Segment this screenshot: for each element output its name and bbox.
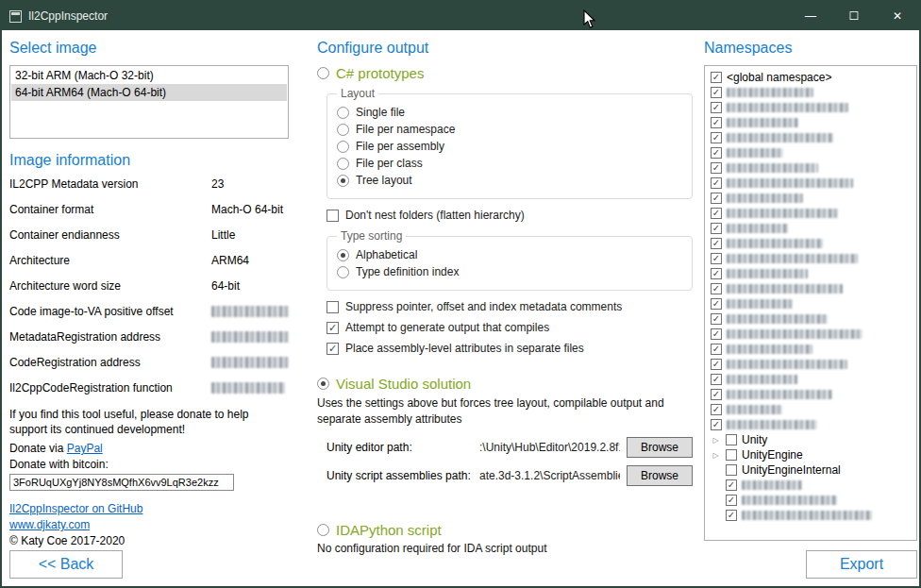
namespace-checkbox[interactable] [711,72,722,83]
namespace-item[interactable] [707,493,914,508]
namespaces-panel: Namespaces <global namespace>▷Unity▷Unit… [704,36,917,579]
namespace-checkbox[interactable] [711,313,722,325]
namespace-checkbox[interactable] [711,404,722,415]
close-button[interactable]: ✕ [876,2,919,30]
namespace-item[interactable] [707,342,914,357]
namespace-item[interactable] [707,176,914,191]
minimize-button[interactable]: — [789,2,832,30]
redacted-value [211,357,289,368]
namespace-item[interactable] [707,115,914,130]
namespace-item[interactable] [707,478,914,493]
namespace-checkbox[interactable] [711,117,722,128]
image-list-item[interactable]: 32-bit ARM (Mach-O 32-bit) [11,67,287,84]
maximize-button[interactable]: ☐ [832,2,876,30]
namespace-item[interactable] [707,206,914,221]
visual-studio-radio[interactable]: Visual Studio solution [317,376,693,392]
back-button[interactable]: << Back [9,550,123,579]
namespace-checkbox[interactable] [711,193,722,204]
namespace-checkbox[interactable] [711,283,722,294]
namespace-checkbox[interactable] [726,495,737,506]
browse-assemblies-button[interactable]: Browse [627,465,693,486]
namespace-checkbox[interactable] [711,374,722,385]
layout-option[interactable]: File per namespace [337,123,682,136]
image-list-item[interactable]: 64-bit ARM64 (Mach-O 64-bit) [11,84,287,101]
namespace-item[interactable] [707,266,914,281]
namespace-item[interactable] [707,357,914,372]
namespace-item[interactable] [707,311,914,327]
namespace-checkbox[interactable] [711,298,722,310]
namespace-checkbox[interactable] [711,268,722,279]
output-option-checkbox[interactable]: Attempt to generate output that compiles [327,321,693,334]
bitcoin-address-input[interactable] [9,474,234,491]
namespace-checkbox[interactable] [711,359,722,370]
layout-option[interactable]: File per assembly [337,140,682,153]
expander-icon[interactable]: ▷ [711,436,721,445]
namespace-item[interactable] [707,130,914,145]
namespace-checkbox[interactable] [711,253,722,264]
namespace-checkbox[interactable] [711,102,722,113]
namespace-checkbox[interactable] [726,510,737,521]
namespace-checkbox[interactable] [726,464,737,476]
namespace-item[interactable] [707,221,914,236]
namespace-item[interactable] [707,372,914,387]
namespace-item[interactable] [707,85,914,100]
info-row: CodeRegistration address [9,356,289,369]
idapython-radio[interactable]: IDAPython script [317,522,693,538]
namespace-checkbox[interactable] [711,208,722,219]
namespace-item[interactable] [707,417,914,432]
namespace-item[interactable] [707,191,914,206]
bitcoin-label: Donate with bitcoin: [9,458,289,471]
namespace-item[interactable] [707,387,914,402]
namespace-item[interactable]: ▷Unity [707,432,914,447]
namespace-checkbox[interactable] [711,344,722,355]
namespace-item[interactable]: <global namespace> [707,70,914,85]
website-link[interactable]: www.djkaty.com [9,518,289,531]
namespace-item[interactable] [707,236,914,251]
namespace-checkbox[interactable] [711,177,722,189]
namespace-checkbox[interactable] [726,434,737,445]
flatten-hierarchy-checkbox[interactable]: Don't nest folders (flatten hierarchy) [327,209,693,222]
namespace-checkbox[interactable] [726,479,737,491]
namespace-item[interactable] [707,100,914,115]
expander-icon[interactable]: ▷ [711,451,721,460]
browse-editor-button[interactable]: Browse [627,437,693,458]
redacted-namespace [727,375,797,384]
namespace-checkbox[interactable] [711,132,722,143]
namespace-item[interactable] [707,508,914,523]
redacted-value [211,382,285,394]
namespace-checkbox[interactable] [711,87,722,98]
csharp-prototypes-label: C# prototypes [336,65,424,81]
github-link[interactable]: Il2CppInspector on GitHub [9,502,289,515]
type-sorting-option[interactable]: Alphabetical [337,248,682,261]
info-value: 23 [211,177,224,191]
type-sorting-option-label: Alphabetical [356,248,417,261]
namespace-checkbox[interactable] [726,449,737,461]
layout-option[interactable]: Single file [337,106,682,119]
namespace-item[interactable] [707,402,914,417]
namespace-checkbox[interactable] [711,389,722,400]
namespace-item[interactable]: ▷UnityEngine [707,447,914,462]
radio-icon [337,249,349,261]
paypal-link[interactable]: PayPal [67,442,103,455]
layout-option[interactable]: Tree layout [337,174,682,187]
namespace-checkbox[interactable] [711,238,722,249]
namespace-checkbox[interactable] [711,162,722,174]
layout-group: Layout Single fileFile per namespaceFile… [327,87,693,199]
output-option-checkbox[interactable]: Suppress pointer, offset and index metad… [327,300,693,313]
namespace-item[interactable] [707,281,914,296]
namespace-item[interactable]: UnityEngineInternal [707,462,914,478]
namespace-checkbox[interactable] [711,328,722,340]
namespace-checkbox[interactable] [711,147,722,159]
layout-option[interactable]: File per class [337,157,682,170]
csharp-prototypes-radio[interactable]: C# prototypes [317,65,693,81]
namespace-item[interactable] [707,296,914,311]
namespace-item[interactable] [707,327,914,342]
type-sorting-option[interactable]: Type definition index [337,265,682,278]
export-button[interactable]: Export [806,550,917,579]
namespace-item[interactable] [707,145,914,160]
output-option-checkbox[interactable]: Place assembly-level attributes in separ… [327,342,693,355]
namespace-item[interactable] [707,160,914,176]
namespace-item[interactable] [707,251,914,266]
namespace-checkbox[interactable] [711,223,722,234]
namespace-checkbox[interactable] [711,419,722,430]
